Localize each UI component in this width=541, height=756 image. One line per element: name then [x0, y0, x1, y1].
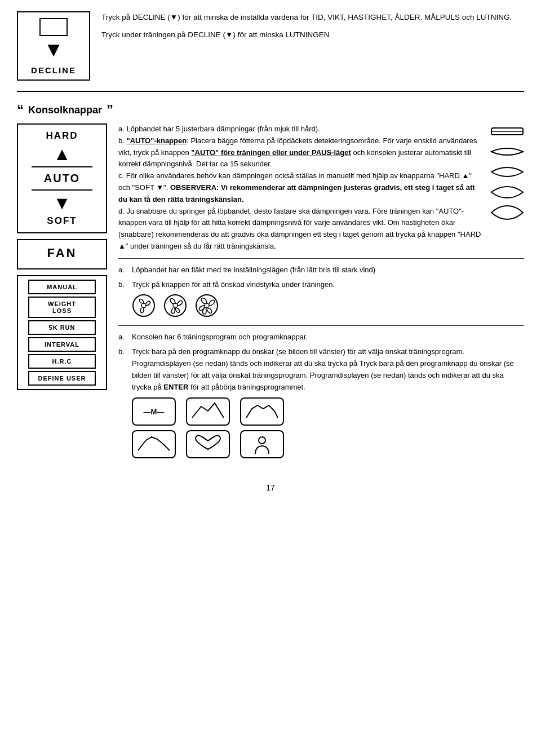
has-item-b-row: b. "AUTO"-knappen: Placera bägge föttern…: [118, 135, 485, 170]
svg-point-6: [196, 295, 218, 316]
btn-manual[interactable]: MANUAL: [28, 280, 96, 294]
cushion-icons: [490, 123, 524, 220]
svg-point-7: [205, 303, 209, 308]
fan-text-block: a. Löpbandet har en fläkt med tre instäl…: [118, 264, 524, 318]
prog-item-b-text: Tryck bara på den programknapp du önskar…: [132, 346, 524, 393]
has-item-d-text: Ju snabbare du springer på löpbandet, de…: [118, 207, 481, 250]
prog-text-block: a. Konsolen har 6 träningsprogram och pr…: [118, 331, 524, 458]
cushion-medium-soft-icon: [490, 184, 524, 200]
fan-icons-row: [132, 294, 524, 317]
cushion-hard-icon: [490, 123, 524, 139]
top-section: ▼ DECLINE Tryck på DECLINE (▼) för att m…: [17, 11, 524, 92]
right-column: a. Löpbandet har 5 justerbara dämpningar…: [118, 123, 524, 466]
quote-right: ”: [107, 102, 113, 118]
has-item-c-text: För olika användares behov kan dämpninge…: [118, 171, 475, 204]
svg-point-3: [141, 303, 146, 308]
svg-point-2: [133, 295, 154, 316]
fan-panel: FAN: [17, 239, 107, 269]
decline-panel: ▼ DECLINE: [17, 11, 90, 81]
has-separator-1: [32, 166, 93, 167]
prog-icon-hill1: [186, 397, 230, 426]
top-item-b: Tryck under träningen på DECLINE (▼) för…: [101, 29, 524, 42]
fan-item-b-row: b. Tryck på knappen för att få önskad vi…: [118, 279, 524, 291]
separator-1: [118, 258, 524, 259]
prog-icon-hill2: [240, 397, 284, 426]
soft-label: SOFT: [47, 215, 77, 227]
top-text: Tryck på DECLINE (▼) för att minska de i…: [101, 11, 524, 46]
fan-label: FAN: [47, 246, 77, 260]
has-item-c-row: c. För olika användares behov kan dämpni…: [118, 170, 485, 205]
svg-point-5: [173, 303, 178, 308]
hard-up-arrow-icon[interactable]: ▲: [53, 145, 71, 163]
soft-down-arrow-icon[interactable]: ▼: [53, 194, 71, 212]
top-item-a: Tryck på DECLINE (▼) för att minska de i…: [101, 11, 524, 24]
fan-icon-medium: [163, 294, 187, 317]
separator-2: [118, 325, 524, 326]
program-panel: MANUAL WEIGHTLOSS 5K RUN INTERVAL H.R.C …: [17, 275, 107, 390]
svg-text:—M—: —M—: [144, 408, 165, 416]
cushion-medium-hard-icon: [490, 144, 524, 160]
has-text-block: a. Löpbandet har 5 justerbara dämpningar…: [118, 123, 485, 253]
decline-label: DECLINE: [31, 65, 76, 75]
quote-left: “: [17, 102, 24, 118]
decline-rect: [39, 18, 68, 36]
has-item-a-text: Löpbandet har 5 justerbara dämpningar (f…: [126, 125, 320, 133]
has-separator-2: [32, 189, 93, 191]
btn-interval[interactable]: INTERVAL: [28, 337, 96, 352]
cushion-medium-icon: [490, 164, 524, 180]
prog-item-b-row: b. Tryck bara på den programknapp du öns…: [118, 346, 524, 393]
hard-label: HARD: [46, 130, 78, 142]
prog-icon-heart: [186, 430, 230, 458]
main-section: HARD ▲ AUTO ▼ SOFT FAN MANUAL WEIGHTLOSS…: [17, 123, 524, 466]
section-title: Konsolknappar: [28, 104, 102, 116]
prog-item-a-row: a. Konsolen har 6 träningsprogram och pr…: [118, 331, 524, 343]
fan-icon-low: [132, 294, 156, 317]
prog-icon-hill3: [132, 430, 176, 458]
prog-icons-grid: —M—: [132, 397, 290, 458]
fan-item-a-text: Löpbandet har en fläkt med tre inställni…: [132, 264, 524, 276]
btn-define-user[interactable]: DEFINE USER: [28, 371, 96, 386]
has-item-b-text: "AUTO"-knappen: Placera bägge fötterna p…: [118, 136, 477, 169]
auto-label: AUTO: [44, 172, 80, 185]
cushion-soft-icon: [490, 205, 524, 220]
fan-item-b-text: Tryck på knappen för att få önskad vinds…: [132, 279, 524, 291]
section-header: “ Konsolknappar ”: [17, 102, 524, 118]
btn-5k-run[interactable]: 5K RUN: [28, 320, 96, 335]
fan-icon-high: [195, 294, 219, 317]
prog-icon-manual: —M—: [132, 397, 176, 426]
has-item-a-row: a. Löpbandet har 5 justerbara dämpningar…: [118, 123, 485, 135]
hard-auto-soft-panel: HARD ▲ AUTO ▼ SOFT: [17, 123, 107, 233]
prog-icon-person: [240, 430, 284, 458]
svg-point-9: [259, 437, 265, 444]
prog-item-a-text: Konsolen har 6 träningsprogram och progr…: [132, 331, 524, 343]
has-text-row: a. Löpbandet har 5 justerbara dämpningar…: [118, 123, 524, 253]
svg-point-4: [165, 295, 186, 316]
fan-item-a-row: a. Löpbandet har en fläkt med tre instäl…: [118, 264, 524, 276]
decline-chevron-icon: ▼: [43, 39, 64, 60]
btn-weight-loss[interactable]: WEIGHTLOSS: [28, 297, 96, 318]
page-number: 17: [17, 483, 524, 492]
btn-hrc[interactable]: H.R.C: [28, 354, 96, 369]
left-column: HARD ▲ AUTO ▼ SOFT FAN MANUAL WEIGHTLOSS…: [17, 123, 107, 390]
has-item-d-row: d. Ju snabbare du springer på löpbandet,…: [118, 206, 485, 253]
